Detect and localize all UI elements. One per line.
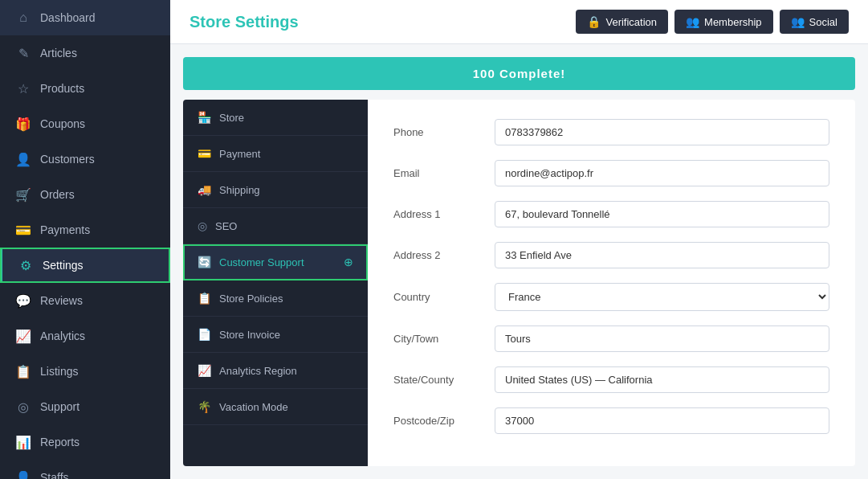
sidebar-label-payments: Payments — [40, 223, 90, 236]
shipping-nav-label: Shipping — [219, 184, 260, 196]
products-icon: ☆ — [16, 81, 31, 96]
sidebar-label-reports: Reports — [40, 436, 79, 448]
label-state: State/County — [393, 374, 482, 386]
form-row-state: State/County — [393, 366, 829, 393]
settings-sidebar: 🏪 Store 💳 Payment 🚚 Shipping ◎ SEO 🔄 Cus… — [183, 100, 368, 466]
verification-button[interactable]: 🔒Verification — [576, 10, 668, 34]
social-button[interactable]: 👥Social — [780, 10, 849, 34]
sidebar-item-customers[interactable]: 👤 Customers — [0, 141, 170, 177]
form-row-postcode: Postcode/Zip — [393, 407, 829, 434]
store-policies-nav-icon: 📋 — [198, 292, 211, 305]
settings-form: PhoneEmailAddress 1Address 2CountryFranc… — [368, 100, 855, 466]
sidebar-label-reviews: Reviews — [40, 294, 83, 307]
form-row-country: CountryFrance — [393, 283, 829, 311]
customer-support-nav-label: Customer Support — [219, 256, 304, 268]
settings-nav-customer-support[interactable]: 🔄 Customer Support ⊕ — [183, 244, 368, 280]
sidebar-label-orders: Orders — [40, 188, 75, 201]
sidebar-item-staffs[interactable]: 👤 Staffs — [0, 460, 170, 479]
input-address2[interactable] — [495, 242, 829, 268]
settings-nav-analytics-region[interactable]: 📈 Analytics Region — [183, 353, 368, 389]
sidebar-item-support[interactable]: ◎ Support — [0, 389, 170, 424]
form-row-phone: Phone — [393, 119, 829, 145]
page-title: Store Settings — [189, 13, 299, 31]
form-row-address1: Address 1 — [393, 201, 829, 227]
membership-button[interactable]: 👥Membership — [674, 10, 773, 34]
analytics-icon: 📈 — [16, 329, 31, 343]
store-policies-nav-label: Store Policies — [219, 293, 283, 305]
payment-nav-icon: 💳 — [198, 147, 211, 160]
store-nav-label: Store — [219, 112, 244, 124]
sidebar-item-analytics[interactable]: 📈 Analytics — [0, 318, 170, 354]
sidebar-item-coupons[interactable]: 🎁 Coupons — [0, 106, 170, 141]
input-email[interactable] — [495, 160, 829, 186]
input-state[interactable] — [495, 366, 829, 393]
label-address2: Address 2 — [393, 249, 482, 261]
topbar: Store Settings 🔒Verification👥Membership👥… — [170, 0, 868, 44]
analytics-region-nav-label: Analytics Region — [219, 365, 297, 377]
sidebar-item-products[interactable]: ☆ Products — [0, 71, 170, 106]
input-address1[interactable] — [495, 201, 829, 227]
label-postcode: Postcode/Zip — [393, 415, 482, 427]
sidebar: ⌂ Dashboard ✎ Articles ☆ Products 🎁 Coup… — [0, 0, 170, 479]
support-icon: ◎ — [16, 399, 31, 414]
social-label: Social — [809, 16, 837, 28]
label-address1: Address 1 — [393, 208, 482, 220]
sidebar-label-support: Support — [40, 400, 79, 413]
sidebar-item-orders[interactable]: 🛒 Orders — [0, 177, 170, 212]
customer-support-nav-icon: 🔄 — [198, 256, 211, 268]
sidebar-label-staffs: Staffs — [40, 471, 69, 479]
coupons-icon: 🎁 — [16, 117, 31, 131]
form-row-city: City/Town — [393, 325, 829, 352]
input-postcode[interactable] — [495, 407, 829, 434]
sidebar-item-listings[interactable]: 📋 Listings — [0, 354, 170, 389]
label-city: City/Town — [393, 333, 482, 345]
social-icon: 👥 — [791, 15, 805, 28]
sidebar-item-reports[interactable]: 📊 Reports — [0, 424, 170, 460]
reviews-icon: 💬 — [16, 293, 31, 308]
input-country[interactable]: France — [495, 283, 829, 311]
sidebar-item-articles[interactable]: ✎ Articles — [0, 35, 170, 71]
sidebar-item-reviews[interactable]: 💬 Reviews — [0, 283, 170, 318]
settings-nav-payment[interactable]: 💳 Payment — [183, 136, 368, 172]
settings-nav-store-invoice[interactable]: 📄 Store Invoice — [183, 317, 368, 353]
input-city[interactable] — [495, 325, 829, 352]
progress-bar: 100 Complete! — [183, 57, 855, 90]
label-country: Country — [393, 291, 482, 303]
sidebar-label-articles: Articles — [40, 47, 77, 59]
input-phone[interactable] — [495, 119, 829, 145]
sidebar-item-settings[interactable]: ⚙ Settings — [0, 248, 170, 283]
sidebar-item-dashboard[interactable]: ⌂ Dashboard — [0, 0, 170, 35]
membership-icon: 👥 — [686, 15, 699, 28]
seo-nav-label: SEO — [215, 220, 237, 232]
reports-icon: 📊 — [16, 435, 31, 449]
listings-icon: 📋 — [16, 364, 31, 379]
seo-nav-icon: ◎ — [198, 219, 207, 232]
main-content: Store Settings 🔒Verification👥Membership👥… — [170, 0, 868, 479]
staffs-icon: 👤 — [16, 470, 31, 479]
settings-nav-store-policies[interactable]: 📋 Store Policies — [183, 280, 368, 317]
vacation-mode-nav-label: Vacation Mode — [219, 401, 288, 413]
customers-icon: 👤 — [16, 152, 31, 166]
settings-nav-store[interactable]: 🏪 Store — [183, 100, 368, 136]
analytics-region-nav-icon: 📈 — [198, 364, 211, 377]
sidebar-item-payments[interactable]: 💳 Payments — [0, 212, 170, 248]
articles-icon: ✎ — [16, 46, 31, 60]
settings-nav-shipping[interactable]: 🚚 Shipping — [183, 172, 368, 208]
membership-label: Membership — [704, 16, 762, 28]
settings-nav-vacation-mode[interactable]: 🌴 Vacation Mode — [183, 389, 368, 425]
sidebar-label-dashboard: Dashboard — [40, 11, 96, 24]
sidebar-label-customers: Customers — [40, 153, 95, 166]
form-row-email: Email — [393, 160, 829, 186]
settings-layout: 🏪 Store 💳 Payment 🚚 Shipping ◎ SEO 🔄 Cus… — [183, 100, 855, 466]
sidebar-label-coupons: Coupons — [40, 117, 85, 130]
topbar-buttons: 🔒Verification👥Membership👥Social — [576, 10, 849, 34]
sidebar-label-settings: Settings — [43, 259, 84, 272]
settings-nav-seo[interactable]: ◎ SEO — [183, 208, 368, 244]
dashboard-icon: ⌂ — [16, 10, 31, 25]
store-invoice-nav-label: Store Invoice — [219, 329, 280, 341]
label-email: Email — [393, 167, 482, 179]
settings-icon: ⚙ — [18, 258, 33, 272]
store-nav-icon: 🏪 — [198, 111, 211, 124]
verification-label: Verification — [605, 16, 657, 28]
sidebar-label-products: Products — [40, 82, 84, 95]
